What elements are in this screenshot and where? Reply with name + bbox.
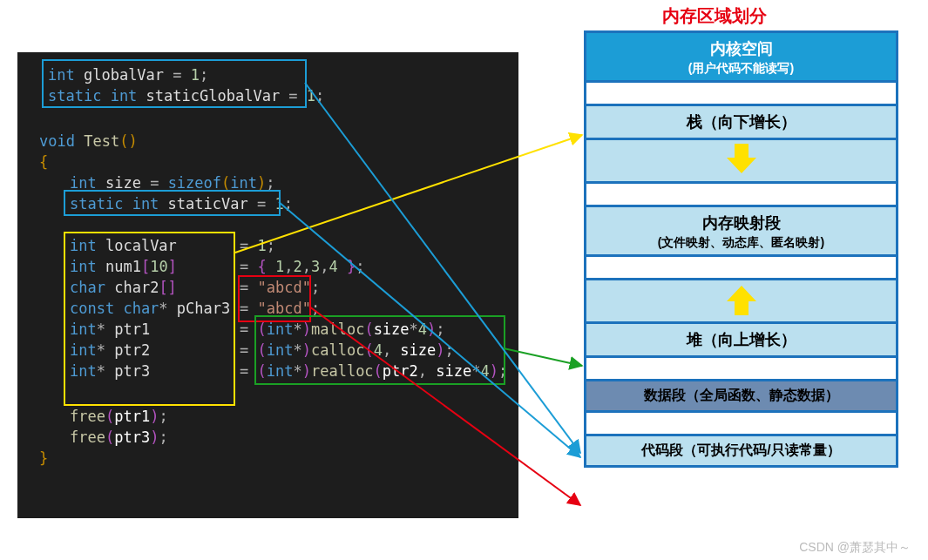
- diagram-canvas: int globalVar = 1; static int staticGlob…: [0, 0, 928, 560]
- memory-title: 内存区域划分: [662, 4, 767, 28]
- seg-gap: [586, 83, 896, 106]
- seg-gap: [586, 413, 896, 436]
- box-heap-alloc: [254, 315, 505, 385]
- seg-gap: [586, 358, 896, 381]
- seg-stack: 栈（向下增长）: [586, 106, 896, 140]
- memory-layout: 内核空间 (用户代码不能读写) 栈（向下增长） 内存映射段 (文件映射、动态库、…: [584, 30, 898, 468]
- box-static-local: [64, 190, 281, 216]
- seg-code: 代码段（可执行代码/只读常量）: [586, 436, 896, 468]
- box-global-static: [42, 59, 307, 108]
- box-locals: [64, 232, 235, 406]
- watermark: CSDN @萧瑟其中～: [799, 540, 911, 556]
- arrow-up-icon: [586, 280, 896, 324]
- arrow-down-icon: [586, 140, 896, 184]
- seg-data: 数据段（全局函数、静态数据）: [586, 381, 896, 413]
- seg-kernel: 内核空间 (用户代码不能读写): [586, 33, 896, 83]
- seg-gap: [586, 184, 896, 207]
- seg-heap: 堆（向上增长）: [586, 324, 896, 358]
- seg-mmap: 内存映射段 (文件映射、动态库、匿名映射): [586, 207, 896, 257]
- seg-gap: [586, 257, 896, 280]
